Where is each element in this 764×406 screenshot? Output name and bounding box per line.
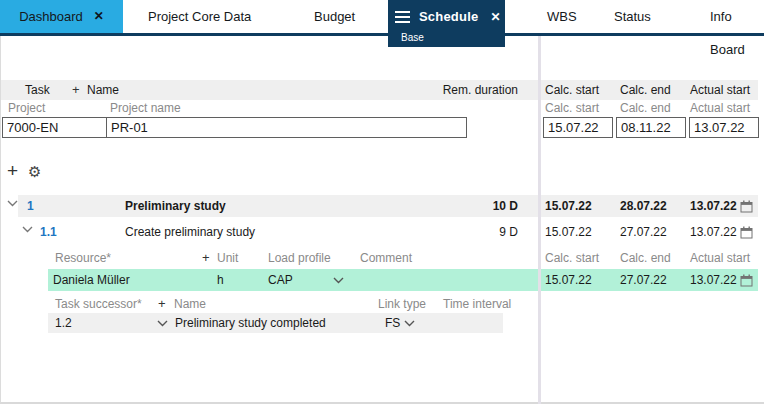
successor-id[interactable]: 1.2: [55, 313, 72, 333]
resource-calc-start-header: Calc. start: [545, 248, 599, 268]
resource-calc-start: 15.07.22: [545, 269, 592, 291]
successor-link-type[interactable]: FS: [385, 313, 400, 333]
resource-calc-end-header: Calc. end: [620, 248, 671, 268]
project-actual-start-label: Actual start: [690, 99, 750, 117]
resource-actual-start: 13.07.22: [690, 269, 737, 291]
chevron-down-icon[interactable]: [7, 200, 18, 207]
resource-column-header: Resource*: [55, 248, 111, 268]
resource-load-profile[interactable]: CAP: [268, 269, 293, 291]
task-id: 1: [27, 195, 34, 217]
tab-budget-label: Budget: [314, 9, 355, 24]
project-calc-start-label: Calc. start: [545, 99, 599, 117]
project-calc-end-input[interactable]: 08.11.22: [616, 117, 686, 138]
column-header-rem-duration: Rem. duration: [443, 80, 518, 100]
unit-column-header: Unit: [217, 248, 238, 268]
comment-column-header: Comment: [360, 248, 412, 268]
task-calc-start: 15.07.22: [545, 221, 592, 243]
project-calc-end-label: Calc. end: [620, 99, 671, 117]
successor-name-header: Name: [174, 295, 206, 313]
tab-bar: Dashboard ✕ Project Core Data Budget WBS…: [0, 0, 764, 33]
tab-wbs-label: WBS: [547, 9, 577, 24]
task-rem-duration: 10 D: [493, 195, 518, 217]
task-actual-start: 13.07.22: [690, 221, 737, 243]
schedule-app-window: Dashboard ✕ Project Core Data Budget WBS…: [0, 0, 764, 406]
project-name-input[interactable]: PR-01: [111, 118, 148, 137]
project-actual-start-input[interactable]: 13.07.22: [689, 117, 759, 138]
time-interval-header: Time interval: [443, 295, 511, 313]
successor-column-header: Task successor*: [55, 295, 142, 313]
link-type-header: Link type: [378, 295, 426, 313]
column-header-task: Task: [25, 80, 50, 100]
plus-icon[interactable]: +: [72, 80, 80, 100]
tab-project-core-data-label: Project Core Data: [148, 9, 251, 24]
calendar-icon[interactable]: [740, 226, 753, 239]
tab-wbs[interactable]: WBS: [547, 0, 577, 33]
tab-project-core-data[interactable]: Project Core Data: [148, 0, 251, 33]
task-calc-start: 15.07.22: [545, 195, 592, 217]
resource-calc-end: 27.07.22: [620, 269, 667, 291]
chevron-down-icon[interactable]: [157, 320, 168, 327]
resource-unit[interactable]: h: [217, 269, 224, 291]
chevron-down-icon[interactable]: [404, 320, 415, 327]
column-header-calc-end: Calc. end: [620, 80, 671, 100]
resource-name[interactable]: Daniela Müller: [53, 269, 130, 291]
plus-icon[interactable]: +: [158, 295, 166, 313]
project-calc-start-input[interactable]: 15.07.22: [543, 117, 613, 138]
successor-name[interactable]: Preliminary study completed: [175, 313, 326, 333]
project-id-name-input-group: 7000-EN PR-01: [2, 117, 467, 138]
project-task-label: Project: [8, 99, 45, 117]
tab-schedule-label: Schedule: [419, 9, 478, 24]
close-icon[interactable]: ✕: [490, 10, 500, 24]
chevron-down-icon[interactable]: [333, 277, 344, 284]
task-name[interactable]: Create preliminary study: [125, 221, 255, 243]
tab-status-label: Status: [614, 9, 651, 24]
calendar-icon[interactable]: [740, 274, 753, 287]
chevron-down-icon[interactable]: [22, 226, 33, 233]
task-name[interactable]: Preliminary study: [125, 195, 226, 217]
tab-schedule[interactable]: Schedule ✕ Base: [388, 0, 505, 47]
calendar-icon[interactable]: [740, 200, 753, 213]
task-calc-end: 27.07.22: [620, 221, 667, 243]
column-header-calc-start: Calc. start: [545, 80, 599, 100]
tab-info-board[interactable]: Info Board: [710, 0, 764, 33]
tab-budget[interactable]: Budget: [314, 0, 355, 33]
resource-actual-start-header: Actual start: [690, 248, 750, 268]
tab-status[interactable]: Status: [614, 0, 651, 33]
hamburger-menu-icon[interactable]: [395, 11, 410, 23]
task-rem-duration: 9 D: [499, 221, 518, 243]
task-id: 1.1: [40, 221, 57, 243]
close-icon[interactable]: ✕: [94, 0, 104, 33]
column-header-actual-start: Actual start: [690, 80, 750, 100]
plus-icon[interactable]: +: [202, 248, 210, 268]
add-task-icon[interactable]: +: [7, 160, 18, 182]
project-name-label: Project name: [110, 99, 181, 117]
task-calc-end: 28.07.22: [620, 195, 667, 217]
column-header-name: Name: [87, 80, 119, 100]
gear-icon[interactable]: ⚙: [28, 163, 41, 181]
tab-dashboard[interactable]: Dashboard ✕: [0, 0, 123, 33]
project-id-input[interactable]: 7000-EN: [3, 118, 107, 137]
tab-dashboard-label: Dashboard: [19, 0, 83, 33]
load-profile-column-header: Load profile: [268, 248, 331, 268]
task-actual-start: 13.07.22: [690, 195, 737, 217]
tab-schedule-sublabel: Base: [401, 32, 424, 43]
task-row[interactable]: [18, 195, 538, 217]
